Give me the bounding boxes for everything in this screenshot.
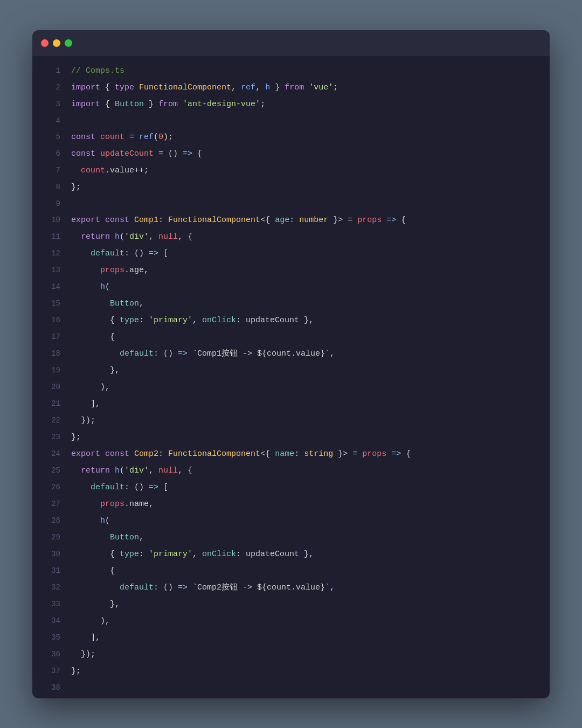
line-number: 2: [41, 79, 60, 95]
token-plain: );: [163, 133, 173, 142]
token-func: h: [115, 232, 120, 241]
token-plain: ),: [71, 383, 110, 392]
line-content: props.age,: [71, 262, 541, 279]
token-plain: [71, 466, 81, 475]
code-line: 38: [32, 680, 550, 696]
code-line: 20 ),: [32, 379, 550, 396]
line-number: 5: [41, 129, 60, 145]
token-plain: [71, 232, 81, 241]
token-prop: default: [91, 249, 124, 258]
token-plain: :: [139, 316, 149, 325]
line-number: 23: [41, 429, 60, 445]
token-plain: [71, 266, 100, 275]
line-content: import { type FunctionalComponent, ref, …: [71, 80, 541, 96]
token-plain: ,: [192, 316, 202, 325]
token-arrow: =>: [178, 583, 188, 592]
line-content: count.value++;: [71, 163, 541, 179]
code-line: 18 default: () => `Comp1按钮 -> ${count.va…: [32, 345, 550, 362]
line-content: h(: [71, 279, 541, 295]
token-plain: ,: [149, 232, 158, 241]
line-number: 15: [41, 295, 60, 311]
line-content: ],: [71, 630, 541, 646]
token-keyword: type: [115, 83, 134, 92]
line-content: const count = ref(0);: [71, 129, 541, 145]
token-func: ref: [139, 133, 154, 142]
minimize-button[interactable]: [53, 39, 60, 47]
token-plain: [129, 216, 134, 225]
token-plain: <{: [260, 449, 275, 459]
token-plain: [95, 133, 100, 142]
line-number: 28: [41, 512, 60, 529]
line-number: 22: [41, 412, 60, 428]
token-arrow: =>: [391, 449, 401, 459]
token-type: FunctionalComponent: [168, 449, 260, 459]
line-number: 34: [41, 613, 60, 629]
token-plain: [71, 249, 91, 258]
token-num: 0: [158, 133, 163, 142]
line-number: 24: [41, 446, 60, 462]
token-plain: ,: [192, 550, 202, 559]
token-plain: [: [158, 249, 168, 258]
line-content: });: [71, 647, 541, 663]
line-content: {: [71, 563, 541, 579]
code-line: 34 ),: [32, 613, 550, 629]
token-plain: [129, 449, 134, 459]
token-plain: :: [139, 550, 149, 559]
line-content: // Comps.ts: [71, 63, 541, 79]
line-content: Button,: [71, 530, 541, 546]
line-content: };: [71, 429, 541, 446]
token-plain: }> =: [328, 216, 357, 225]
token-prop: onClick: [202, 550, 236, 559]
token-prop: age: [275, 216, 289, 225]
token-arrow: =>: [386, 216, 396, 225]
token-button: Button: [115, 100, 144, 109]
close-button[interactable]: [41, 39, 48, 47]
token-const: const: [71, 149, 95, 158]
line-content: return h('div', null, {: [71, 463, 541, 479]
token-plain: ;: [260, 100, 265, 109]
line-number: 11: [41, 228, 60, 245]
token-plain: ,: [149, 466, 158, 475]
token-plain: {: [192, 149, 202, 158]
token-plain: [134, 83, 139, 92]
line-content: export const Comp1: FunctionalComponent<…: [71, 212, 541, 228]
line-number: 4: [41, 113, 60, 129]
token-plain: });: [71, 416, 95, 425]
code-line: 13 props.age,: [32, 262, 550, 279]
token-string: 'div': [124, 232, 149, 241]
token-plain: , {: [178, 232, 192, 241]
token-string: 'primary': [149, 550, 192, 559]
token-plain: {: [71, 316, 120, 325]
maximize-button[interactable]: [65, 39, 72, 47]
code-line: 35 ],: [32, 629, 550, 646]
token-plain: {: [401, 449, 411, 459]
token-return: return: [81, 232, 110, 241]
token-return: return: [81, 466, 110, 475]
token-plain: [100, 449, 105, 459]
line-number: 29: [41, 529, 60, 545]
token-plain: ;: [333, 83, 338, 92]
line-content: { type: 'primary', onClick: updateCount …: [71, 546, 541, 563]
token-plain: <{: [260, 216, 275, 225]
token-plain: }> =: [333, 449, 362, 459]
token-type: number: [299, 216, 328, 225]
token-plain: :: [158, 449, 168, 459]
token-arrow: =>: [178, 349, 188, 358]
line-number: 35: [41, 629, 60, 646]
line-number: 10: [41, 212, 60, 228]
token-func: h: [100, 282, 105, 292]
token-type: FunctionalComponent: [168, 216, 260, 225]
token-type: Comp2: [134, 449, 158, 459]
token-button: Button: [110, 299, 139, 308]
token-const: const: [71, 133, 95, 142]
token-plain: (: [154, 133, 158, 142]
titlebar: [32, 30, 550, 56]
line-content: default: () => `Comp2按钮 -> ${count.value…: [71, 580, 541, 596]
line-number: 13: [41, 262, 60, 278]
token-plain: [71, 583, 120, 592]
token-plain: [304, 83, 309, 92]
line-number: 12: [41, 245, 60, 261]
token-plain: (: [120, 232, 124, 241]
code-editor: 1// Comps.ts2import { type FunctionalCom…: [32, 56, 550, 698]
line-content: default: () => [: [71, 246, 541, 262]
